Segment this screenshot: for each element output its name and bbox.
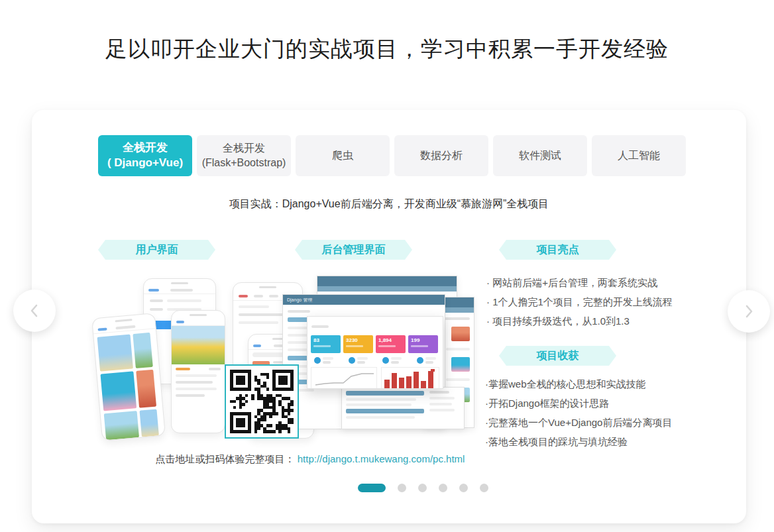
bar-chart [381,367,439,389]
line-chart [311,367,377,389]
stat-card: 1,894 [376,335,406,353]
gains-list: ·掌握web全栈的核心思想和实战技能 ·开拓Django框架的设计思路 ·完整落… [485,374,745,451]
list-item: ·开拓Django框架的设计思路 [485,394,745,413]
list-item: · 项目持续升级迭代，从1.0到1.3 [486,311,746,331]
tab-data-analysis[interactable]: 数据分析 [394,135,488,176]
section-ribbon-gains: 项目收获 [499,346,616,366]
chevron-left-icon [27,303,42,318]
section-ribbon-user-ui: 用户界面 [98,240,215,260]
page: 足以叩开企业大门的实战项目，学习中积累一手开发经验 全栈开发 ( Django+… [0,0,774,532]
list-item: ·落地全栈项目的踩坑与填坑经验 [485,432,745,451]
tab-fullstack-flask-bootstrap[interactable]: 全栈开发 (Flask+Bootstrap) [197,135,291,176]
carousel-dot-1[interactable] [358,484,386,492]
section-ribbon-admin-ui: 后台管理界面 [295,240,412,260]
list-item: · 网站前后端+后台管理，两套系统实战 [486,273,746,292]
list-item: · 1个人撸完1个项目，完整的开发上线流程 [486,292,746,311]
stat-card: 83 [311,335,341,353]
highlights-list: · 网站前后端+后台管理，两套系统实战 · 1个人撸完1个项目，完整的开发上线流… [486,273,746,331]
tab-label: 人工智能 [618,148,660,163]
section-ribbon-highlights: 项目亮点 [499,240,616,260]
carousel-dot-4[interactable] [439,484,447,492]
experience-link-line: 点击地址或扫码体验完整项目： http://django.t.mukewang.… [131,453,489,466]
stat-card: 199 [408,335,438,353]
tab-label: 爬虫 [332,148,353,163]
tab-label: 软件测试 [519,148,561,163]
tab-sublabel: (Flask+Bootstrap) [202,156,286,170]
tab-label: 数据分析 [420,148,463,163]
experience-link-label: 点击地址或扫码体验完整项目： [156,453,295,464]
carousel-card: 全栈开发 ( Django+Vue) 全栈开发 (Flask+Bootstrap… [32,110,746,523]
project-link[interactable]: http://django.t.mukewang.com/pc.html [298,453,465,464]
admin-ui-screenshot: Django 管理 [278,276,474,429]
admin-window-tables [341,387,465,429]
carousel-dot-5[interactable] [459,484,468,492]
stat-card: 3230 [343,335,373,353]
carousel-dot-3[interactable] [418,484,427,492]
tab-ai[interactable]: 人工智能 [592,135,686,176]
carousel-prev-button[interactable] [13,290,56,332]
page-title: 足以叩开企业大门的实战项目，学习中积累一手开发经验 [0,34,774,64]
tab-fullstack-django-vue[interactable]: 全栈开发 ( Django+Vue) [98,135,192,176]
stat-icons-row [307,354,443,365]
carousel-dot-6[interactable] [480,484,488,492]
list-item: ·完整落地一个Vue+Django前后端分离项目 [485,413,745,432]
tab-label: 全栈开发 [223,141,265,156]
chevron-right-icon [742,304,756,319]
admin-dashboard-front: 83 3230 1,894 199 [307,316,443,389]
phone-mockup-photo-grid [91,313,166,441]
carousel-next-button[interactable] [728,290,770,333]
carousel-dots [358,484,488,492]
tab-spider[interactable]: 爬虫 [296,135,390,176]
list-item: ·掌握web全栈的核心思想和实战技能 [485,374,745,394]
carousel-dot-2[interactable] [398,484,406,492]
project-subtitle: 项目实战：Django+Vue前后端分离，开发商业级“慕旅游网”全栈项目 [32,197,746,211]
tab-sublabel: ( Django+Vue) [107,156,183,171]
tab-software-testing[interactable]: 软件测试 [493,135,587,176]
tab-label: 全栈开发 [123,140,168,156]
track-tabs: 全栈开发 ( Django+Vue) 全栈开发 (Flask+Bootstrap… [98,135,686,176]
phone-mockup-sight-detail [171,310,225,433]
qr-code [225,364,299,439]
admin-window-title: Django 管理 [287,297,312,303]
stat-cards: 83 3230 1,894 199 [307,333,443,354]
